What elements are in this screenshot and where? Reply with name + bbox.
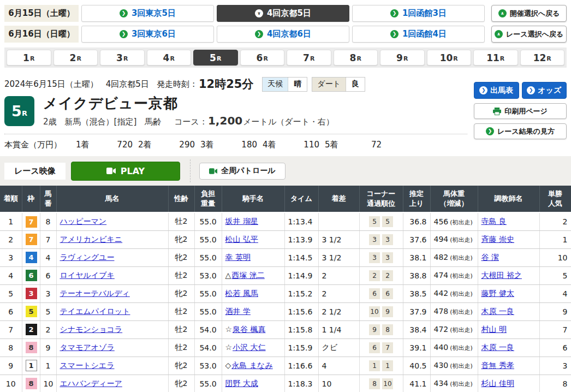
trainer-link[interactable]: 斉藤 崇史 [481, 235, 514, 243]
trainer-cell: 藤野 健太 [478, 284, 539, 302]
race-title: メイクデビュー京都 [43, 96, 334, 111]
jockey-link[interactable]: 松山 弘平 [225, 235, 258, 243]
jockey-link[interactable]: 坂井 瑠星 [225, 217, 258, 225]
trainer-link[interactable]: 寺島 良 [481, 217, 507, 225]
horse-name-link[interactable]: テイエムパイロット [60, 307, 130, 316]
meeting-button[interactable]: 1回函館3日 [352, 5, 485, 22]
horse-name-link[interactable]: タマモアオゾラ [60, 343, 115, 352]
table-row: 722シナモンショコラ牡254.0☆泉谷 楓真1:15.81 1/49838.4… [0, 320, 571, 338]
print-page-button[interactable]: 印刷用ページ [474, 103, 567, 119]
column-header: 着順 [0, 186, 22, 212]
race-tab-2r[interactable]: 2R [53, 50, 98, 66]
column-header: 馬名 [56, 186, 168, 212]
meeting-button-label: 4回京都6日 [267, 29, 311, 39]
finish-time: 1:15.8 [284, 320, 318, 338]
horse-name-link[interactable]: テーオーテバルディ [60, 289, 130, 298]
race-tab-3r[interactable]: 3R [100, 50, 145, 66]
race-tab-7r[interactable]: 7R [287, 50, 331, 66]
column-header: 推定 上り [403, 186, 430, 212]
win-popularity: 5 [539, 266, 571, 284]
jockey-link[interactable]: 団野 大成 [225, 379, 258, 388]
date-row: 6月15日（土曜）3回東京5日4回京都5日1回函館3日 [4, 5, 485, 22]
corner-position: 6 [369, 342, 380, 353]
results-guide-label: レース結果の見方 [497, 127, 555, 136]
horse-number: 9 [40, 338, 56, 357]
last-3f: 39.1 [403, 338, 430, 357]
odds-button[interactable]: オッズ [522, 82, 567, 99]
jockey-link[interactable]: 西塚 洸二 [231, 271, 264, 280]
table-row: 178ハッピーマン牡255.0坂井 瑠星1:13.45536.8456(初出走)… [0, 212, 571, 230]
corner-position: 10 [369, 306, 380, 317]
horse-name-link[interactable]: エハバンディーア [60, 379, 122, 388]
body-weight-value: 456 [434, 217, 449, 226]
trainer-link[interactable]: 大根田 裕之 [481, 271, 522, 280]
column-header: 調教師名 [478, 186, 539, 212]
jockey-link[interactable]: 泉谷 楓真 [233, 325, 265, 334]
meeting-button[interactable]: 3回東京6日 [81, 26, 214, 43]
trainer-link[interactable]: 木原 一良 [481, 307, 514, 316]
entries-button[interactable]: 出馬表 [474, 82, 519, 99]
margin: 10 [318, 375, 359, 392]
prize-amount: 720 [117, 140, 133, 150]
horse-name-link[interactable]: ハッピーマン [60, 217, 107, 225]
win-popularity: 1 [539, 230, 571, 248]
race-tab-1r[interactable]: 1R [7, 50, 51, 66]
back-button[interactable]: 開催選択へ戻る [491, 5, 567, 22]
results-guide-button[interactable]: レース結果の見方 [474, 123, 567, 139]
meeting-button-label: 4回京都5日 [267, 8, 311, 19]
horse-name-link[interactable]: アメリカンビキニ [60, 235, 123, 243]
jockey-cell: ☆泉谷 楓真 [222, 320, 284, 338]
horse-name-link[interactable]: ロイヤルイブキ [60, 271, 115, 280]
bracket-cell: 2 [22, 320, 40, 338]
meeting-button[interactable]: 1回函館4日 [352, 26, 485, 43]
play-button[interactable]: PLAY [71, 162, 180, 181]
jockey-link[interactable]: 松若 風馬 [225, 289, 258, 298]
back-button[interactable]: レース選択へ戻る [491, 26, 567, 43]
meeting-button[interactable]: 3回東京5日 [81, 5, 214, 22]
race-tab-suffix: R [356, 55, 361, 62]
race-tab-11r[interactable]: 11R [473, 50, 518, 66]
race-tab-9r[interactable]: 9R [380, 50, 425, 66]
trainer-link[interactable]: 藤野 健太 [481, 289, 514, 298]
corner-position: 10 [382, 378, 393, 389]
trainer-link[interactable]: 村山 明 [481, 325, 507, 334]
patrol-video-button[interactable]: 全周パトロール [199, 163, 286, 180]
trainer-link[interactable]: 谷 潔 [481, 253, 499, 262]
race-tab-12r[interactable]: 12R [520, 50, 565, 66]
jockey-link[interactable]: 酒井 学 [225, 307, 251, 316]
trainer-link[interactable]: 音無 秀孝 [481, 361, 514, 370]
meeting-button[interactable]: 4回京都6日 [217, 26, 349, 43]
horse-name-link[interactable]: シナモンショコラ [60, 325, 123, 334]
race-tab-8r[interactable]: 8R [334, 50, 378, 66]
trainer-link[interactable]: 木原 一良 [481, 343, 514, 352]
jockey-link[interactable]: 小沢 大仁 [233, 343, 265, 352]
corner-position: 6 [369, 288, 380, 299]
race-tab-4r[interactable]: 4R [147, 50, 192, 66]
jockey-link[interactable]: 永島 まなみ [231, 361, 272, 370]
chevron-right-icon [390, 30, 398, 38]
horse-name-link[interactable]: スマートシエラ [60, 361, 115, 370]
meeting-button[interactable]: 4回京都5日 [217, 5, 349, 22]
jockey-link[interactable]: 幸 英明 [225, 253, 251, 262]
trainer-link[interactable]: 杉山 佳明 [481, 379, 514, 388]
body-weight-cell: 456(初出走) [430, 212, 478, 230]
corner-position: 2 [369, 270, 380, 281]
margin: 1 1/4 [318, 320, 359, 338]
race-tab-10r[interactable]: 10R [427, 50, 472, 66]
last-3f: 41.1 [403, 375, 430, 392]
corner-order: 66 [359, 284, 403, 302]
horse-number: 7 [40, 230, 56, 248]
table-header-row: 着順枠馬 番馬名性齢負担 重量騎手名タイム着差コーナー 通過順位推定 上り馬体重… [0, 186, 571, 212]
corner-order: 98 [359, 320, 403, 338]
race-tab-number: 2 [70, 52, 76, 63]
weight-carried: 53.0 [194, 357, 222, 375]
race-tab-6r[interactable]: 6R [240, 50, 285, 66]
prize-item: 2着290 [138, 140, 195, 150]
prize-amount: 72 [371, 140, 382, 150]
race-tab-5r[interactable]: 5R [193, 50, 238, 66]
trainer-cell: 谷 潔 [478, 248, 539, 266]
corner-position: 3 [382, 234, 393, 245]
last-3f: 38.5 [403, 284, 430, 302]
horse-name-link[interactable]: ラヴィングユー [60, 253, 115, 262]
weight-carried: 55.0 [194, 375, 222, 392]
